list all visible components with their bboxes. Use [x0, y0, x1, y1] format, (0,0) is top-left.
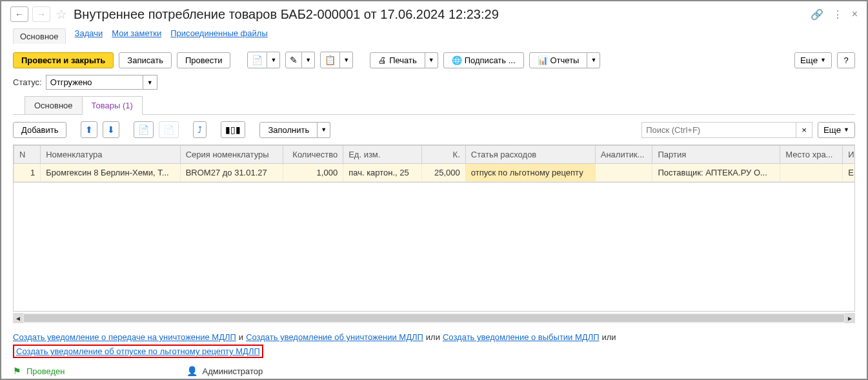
footer: ⚑ Проведен 👤 Администратор — [1, 362, 867, 380]
status-label: Статус: — [13, 77, 42, 87]
page-title: Внутреннее потребление товаров БАБ2-0000… — [74, 7, 499, 22]
link-icon[interactable]: 🔗 — [811, 8, 823, 21]
highlight-button[interactable]: ✎ — [285, 52, 302, 68]
th-nomenclature[interactable]: Номенклатура — [41, 146, 180, 164]
scroll-thumb[interactable] — [24, 314, 844, 322]
search-clear[interactable]: × — [796, 122, 812, 138]
posted-icon: ⚑ — [13, 366, 21, 376]
cell-k: 25,000 — [421, 164, 465, 182]
search-input[interactable] — [641, 122, 796, 138]
tab-notes[interactable]: Мои заметки — [112, 28, 161, 44]
table-more-button[interactable]: Еще ▼ — [818, 122, 855, 138]
favorite-icon[interactable]: ☆ — [56, 6, 67, 22]
cell-analytics — [595, 164, 652, 182]
th-n[interactable]: N — [14, 146, 41, 164]
table-row[interactable]: 1 Бромгексин 8 Берлин-Хеми, Т... BROM27 … — [14, 164, 856, 182]
post-close-button[interactable]: Провести и закрыть — [13, 52, 114, 68]
status-row: Статус: ▼ — [1, 75, 867, 96]
add-button[interactable]: Добавить — [13, 122, 66, 138]
cell-expense: отпуск по льготному рецепту — [465, 164, 595, 182]
close-icon[interactable]: × — [852, 8, 858, 20]
th-unit[interactable]: Ед. изм. — [343, 146, 422, 164]
cell-nomenclature: Бромгексин 8 Берлин-Хеми, Т... — [41, 164, 180, 182]
posted-label: Проведен — [26, 366, 65, 376]
user-icon: 👤 — [187, 366, 197, 376]
mdlp-links: Создать уведомление о передаче на уничто… — [1, 330, 867, 362]
link-destroy[interactable]: Создать уведомление об уничтожении МДЛП — [246, 332, 423, 342]
cell-last: Е — [843, 164, 855, 182]
nav-tabs: Основное Задачи Мои заметки Присоединенн… — [1, 26, 867, 49]
th-qty[interactable]: Количество — [283, 146, 343, 164]
scroll-left-icon[interactable]: ◄ — [13, 313, 23, 323]
highlight-drop[interactable]: ▼ — [302, 52, 315, 68]
move-up-button[interactable]: ⬆ — [81, 121, 97, 138]
tab-tasks[interactable]: Задачи — [75, 28, 103, 44]
doc-button[interactable]: 📋 — [320, 52, 340, 68]
reports-button[interactable]: 📊 Отчеты — [529, 52, 588, 68]
horizontal-scrollbar[interactable]: ◄ ► — [13, 313, 855, 323]
fill-button[interactable]: Заполнить — [259, 122, 318, 138]
print-drop[interactable]: ▼ — [425, 52, 438, 68]
tab2-goods[interactable]: Товары (1) — [82, 96, 143, 115]
fill-drop[interactable]: ▼ — [318, 122, 330, 138]
table-header-row: N Номенклатура Серия номенклатуры Количе… — [14, 146, 856, 164]
th-k[interactable]: К. — [421, 146, 465, 164]
table: N Номенклатура Серия номенклатуры Количе… — [13, 145, 855, 183]
tab-main[interactable]: Основное — [13, 28, 66, 44]
kebab-icon[interactable]: ⋮ — [833, 8, 843, 21]
save-button[interactable]: Записать — [119, 52, 172, 68]
barcode-button[interactable]: ▮▯▮ — [221, 121, 245, 138]
status-drop[interactable]: ▼ — [143, 75, 157, 90]
table-empty-area[interactable] — [13, 183, 855, 312]
th-expense[interactable]: Статья расходов — [465, 146, 595, 164]
doc-drop[interactable]: ▼ — [340, 52, 353, 68]
move-down-button[interactable]: ⬇ — [103, 121, 119, 138]
print-button[interactable]: 🖨 Печать — [370, 52, 425, 68]
th-last[interactable]: И — [843, 146, 855, 164]
cell-qty: 1,000 — [283, 164, 343, 182]
cell-storage — [780, 164, 843, 182]
help-button[interactable]: ? — [837, 52, 855, 68]
reports-drop[interactable]: ▼ — [587, 52, 600, 68]
table-toolbar: Добавить ⬆ ⬇ 📄 📄 ⤴ ▮▯▮ Заполнить▼ × Еще … — [1, 115, 867, 145]
forward-button[interactable]: → — [32, 6, 50, 22]
post-button[interactable]: Провести — [177, 52, 231, 68]
tab-files[interactable]: Присоединенные файлы — [170, 28, 268, 44]
main-toolbar: Провести и закрыть Записать Провести 📄▼ … — [1, 49, 867, 75]
paste-button[interactable]: 📄 — [159, 121, 179, 138]
more-button[interactable]: Еще ▼ — [794, 52, 832, 68]
link-benefit-prescription[interactable]: Создать уведомление об отпуске по льготн… — [16, 346, 260, 356]
share-button[interactable]: ⤴ — [193, 121, 207, 138]
link-destroy-transfer[interactable]: Создать уведомление о передаче на уничто… — [13, 332, 236, 342]
cell-n: 1 — [14, 164, 41, 182]
dt-kt-drop[interactable]: ▼ — [267, 52, 280, 68]
status-select[interactable] — [46, 75, 143, 90]
header: ← → ☆ Внутреннее потребление товаров БАБ… — [1, 1, 867, 26]
th-series[interactable]: Серия номенклатуры — [180, 146, 283, 164]
content-tabs: Основное Товары (1) — [13, 96, 855, 115]
user-label: Администратор — [203, 366, 263, 376]
cell-party: Поставщик: АПТЕКА.РУ О... — [652, 164, 780, 182]
cell-unit: пач. картон., 25 — [343, 164, 422, 182]
back-button[interactable]: ← — [10, 6, 28, 22]
th-analytics[interactable]: Аналитик... — [595, 146, 652, 164]
cell-series: BROM27 до 31.01.27 — [180, 164, 283, 182]
link-disposal[interactable]: Создать уведомление о выбытии МДЛП — [443, 332, 600, 342]
scroll-right-icon[interactable]: ► — [845, 313, 855, 323]
sign-button[interactable]: 🌐 Подписать ... — [443, 52, 524, 68]
th-party[interactable]: Партия — [652, 146, 780, 164]
copy-button[interactable]: 📄 — [134, 121, 154, 138]
tab2-main[interactable]: Основное — [25, 96, 83, 114]
th-storage[interactable]: Место хра... — [780, 146, 843, 164]
dt-kt-button[interactable]: 📄 — [247, 52, 267, 68]
